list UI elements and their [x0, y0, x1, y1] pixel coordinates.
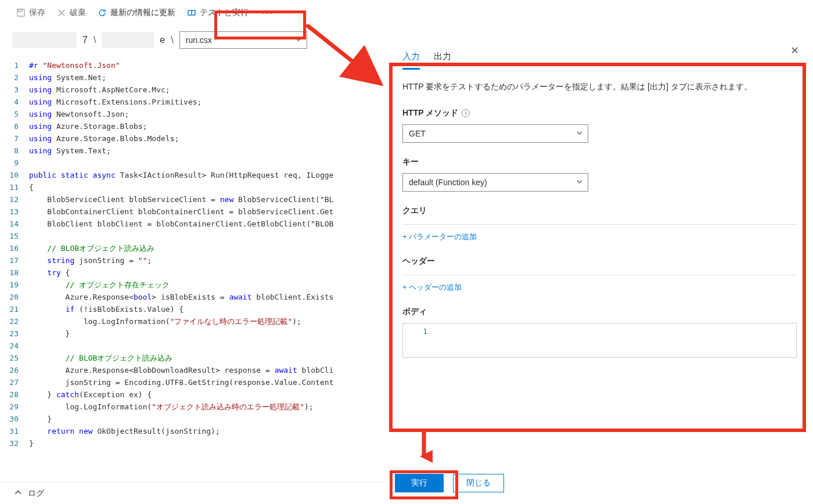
file-select-value: run.csx	[186, 35, 212, 45]
key-label: キー	[402, 157, 797, 167]
add-header-link[interactable]: + ヘッダーの追加	[402, 282, 797, 293]
code-line: 19 // オブジェクト存在チェック	[0, 279, 383, 291]
code-line: 8using System.Text;	[0, 145, 383, 157]
body-line-number: 1	[403, 323, 436, 357]
info-icon[interactable]: i	[462, 109, 470, 117]
chevron-down-icon	[576, 178, 583, 187]
code-line: 9	[0, 157, 383, 169]
breadcrumb-seg1-redacted	[13, 32, 77, 48]
svg-rect-1	[19, 9, 22, 12]
code-line: 1#r "Newtonsoft.Json"	[0, 59, 383, 71]
code-line: 23 }	[0, 327, 383, 340]
body-editor[interactable]: 1	[402, 323, 797, 358]
discard-button[interactable]: 破棄	[52, 4, 91, 21]
breadcrumb-seg2-redacted	[102, 32, 154, 48]
panel-tabs: 入力 出力	[402, 51, 797, 70]
run-button[interactable]: 実行	[395, 474, 444, 492]
http-method-select[interactable]: GET	[402, 124, 588, 143]
code-line: 10public static async Task<IActionResult…	[0, 169, 383, 181]
code-line: 30 }	[0, 413, 383, 425]
code-line: 20 Azure.Response<bool> isBlobExists = a…	[0, 291, 383, 303]
key-value: default (Function key)	[409, 178, 487, 187]
save-icon	[16, 8, 26, 17]
code-line: 12 BlobServiceClient blobServiceClient =…	[0, 193, 383, 206]
code-line: 25 // BLOBオブジェクト読み込み	[0, 352, 383, 364]
save-button[interactable]: 保存	[12, 4, 50, 21]
code-line: 29 log.LogInformation("オブジェクト読み込み時のエラー処理…	[0, 401, 383, 413]
tab-input[interactable]: 入力	[402, 51, 420, 70]
code-line: 22 log.LogInformation("ファイルなし時のエラー処理記載")…	[0, 315, 383, 327]
test-panel: ✕ 入力 出力 HTTP 要求をテストするためのパラメーターを指定します。結果は…	[386, 35, 813, 504]
toolbar: 保存 破棄 最新の情報に更新 テストと実行 ···	[0, 0, 813, 26]
key-select[interactable]: default (Function key)	[402, 173, 588, 192]
tab-output[interactable]: 出力	[434, 51, 451, 70]
breadcrumb-sep: \	[93, 35, 96, 45]
divider	[402, 224, 797, 225]
test-run-button[interactable]: テストと実行	[182, 4, 253, 21]
code-line: 15	[0, 230, 383, 242]
code-line: 18 try {	[0, 267, 383, 279]
code-line: 13 BlobContainerClient blobContainerClie…	[0, 206, 383, 218]
code-line: 27 jsonString = Encoding.UTF8.GetString(…	[0, 376, 383, 388]
divider	[402, 275, 797, 275]
code-line: 14 BlobClient blobClient = blobContainer…	[0, 218, 383, 230]
code-line: 11{	[0, 181, 383, 193]
close-button[interactable]: 閉じる	[453, 474, 504, 492]
close-panel-button[interactable]: ✕	[790, 44, 799, 57]
file-select[interactable]: run.csx	[179, 31, 307, 49]
code-line: 24	[0, 340, 383, 352]
refresh-label: 最新の情報に更新	[110, 8, 175, 18]
log-footer[interactable]: ログ	[0, 482, 383, 504]
query-label: クエリ	[402, 206, 797, 216]
header-label: ヘッダー	[402, 256, 797, 267]
code-line: 28 } catch(Exception ex) {	[0, 388, 383, 401]
breadcrumb-seg1-tail: 7	[82, 35, 88, 45]
code-line: 6using Azure.Storage.Blobs;	[0, 120, 383, 132]
breadcrumb-sep: \	[171, 35, 173, 45]
refresh-icon	[98, 8, 107, 17]
http-method-label: HTTP メソッド i	[402, 108, 797, 118]
code-line: 31 return new OkObjectResult(jsonString)…	[0, 425, 383, 437]
code-line: 7using Azure.Storage.Blobs.Models;	[0, 132, 383, 145]
code-line: 16 // BLOBオブジェクト読み込み	[0, 242, 383, 254]
breadcrumb-seg2-tail: e	[160, 35, 165, 45]
panel-description: HTTP 要求をテストするためのパラメーターを指定します。結果は [出力] タブ…	[402, 80, 797, 94]
body-label: ボディ	[402, 307, 797, 317]
code-line: 21 if (!isBlobExists.Value) {	[0, 303, 383, 315]
code-line: 26 Azure.Response<BlobDownloadResult> re…	[0, 364, 383, 376]
add-query-param-link[interactable]: + パラメーターの追加	[402, 232, 797, 242]
discard-label: 破棄	[70, 8, 86, 18]
code-editor[interactable]: 1#r "Newtonsoft.Json"2using System.Net;3…	[0, 56, 383, 449]
test-run-label: テストと実行	[200, 8, 249, 18]
code-line: 4using Microsoft.Extensions.Primitives;	[0, 96, 383, 108]
panel-footer: 実行 閉じる	[395, 474, 504, 492]
code-line: 32}	[0, 437, 383, 449]
overflow-menu[interactable]: ···	[256, 7, 279, 19]
code-line: 3using Microsoft.AspNetCore.Mvc;	[0, 84, 383, 96]
refresh-button[interactable]: 最新の情報に更新	[93, 4, 180, 21]
close-icon	[57, 8, 66, 17]
save-label: 保存	[29, 8, 45, 18]
http-method-value: GET	[409, 129, 426, 138]
code-line: 5using Newtonsoft.Json;	[0, 108, 383, 120]
log-label: ログ	[28, 488, 44, 499]
code-line: 2using System.Net;	[0, 71, 383, 84]
body-text[interactable]	[436, 323, 796, 357]
chevron-down-icon	[576, 129, 583, 138]
chevron-down-icon	[295, 35, 302, 45]
code-line: 17 string jsonString = "";	[0, 254, 383, 267]
chevron-up-icon	[14, 488, 22, 498]
test-run-icon	[187, 8, 196, 17]
